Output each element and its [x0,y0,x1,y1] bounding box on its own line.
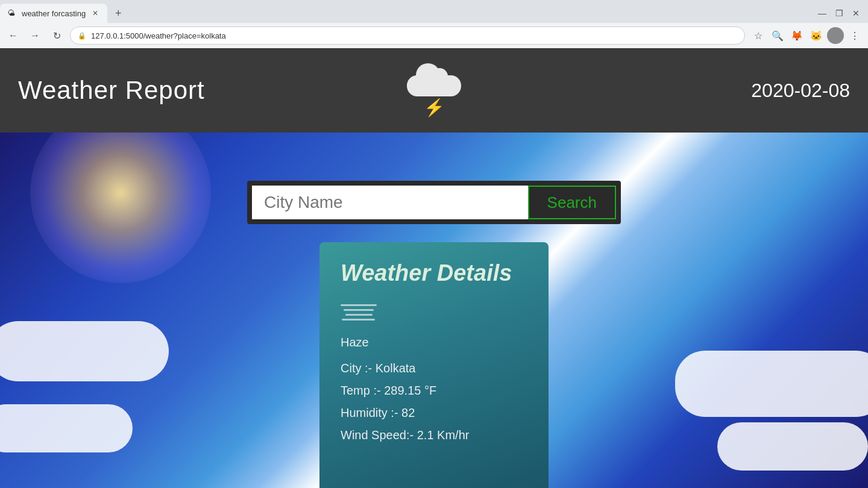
haze-line-4 [342,319,375,321]
temp-detail: Temp :- 289.15 °F [341,384,527,398]
minimize-button[interactable]: — [815,6,829,20]
cloud-icon [407,63,461,96]
back-button[interactable]: ← [5,27,22,44]
wind-detail: Wind Speed:- 2.1 Km/hr [341,428,527,442]
city-detail: City :- Kolkata [341,361,527,375]
search-container: Search [247,181,621,224]
city-input[interactable] [252,186,528,219]
main-content: Search Weather Details Haze City :- Kolk… [0,133,868,488]
browser-chrome: 🌤 weather forcasting ✕ + — ❐ ✕ ← → ↻ 🔒 1… [0,0,868,48]
haze-icon [341,304,377,321]
cloud-icon-container: ⚡ [407,63,461,117]
url-bar[interactable]: 🔒 127.0.0.1:5000/weather?place=kolkata [70,27,745,45]
haze-line-3 [345,314,373,316]
toolbar-icons: ☆ 🔍 🦊 🐱 ⋮ [750,27,863,44]
app-header: Weather Report ⚡ 2020-02-08 [0,48,868,133]
haze-line-2 [344,309,374,311]
cloud-body [407,75,461,96]
address-bar: ← → ↻ 🔒 127.0.0.1:5000/weather?place=kol… [0,23,868,48]
active-tab[interactable]: 🌤 weather forcasting ✕ [0,4,107,23]
weather-card: Weather Details Haze City :- Kolkata Tem… [319,242,549,488]
extension-icon3[interactable]: 🐱 [808,27,825,44]
close-button[interactable]: ✕ [849,6,863,20]
tab-title: weather forcasting [22,9,86,18]
weather-icon-area [341,304,527,321]
maximize-button[interactable]: ❐ [832,6,846,20]
tab-favicon: 🌤 [7,8,17,18]
humidity-detail: Humidity :- 82 [341,406,527,420]
app-title: Weather Report [18,76,205,105]
window-controls: — ❐ ✕ [815,6,868,20]
menu-icon[interactable]: ⋮ [846,27,863,44]
bookmark-icon[interactable]: ☆ [750,27,767,44]
tab-bar: 🌤 weather forcasting ✕ + — ❐ ✕ [0,0,868,23]
app-date: 2020-02-08 [751,80,850,102]
new-tab-button[interactable]: + [110,5,127,22]
haze-line-1 [341,304,377,306]
search-button[interactable]: Search [528,186,616,219]
weather-condition: Haze [341,336,527,349]
extension-icon1[interactable]: 🔍 [769,27,786,44]
lock-icon: 🔒 [78,32,86,40]
weather-card-title: Weather Details [341,260,527,286]
content-center: Search Weather Details Haze City :- Kolk… [0,133,868,488]
extension-icon2[interactable]: 🦊 [788,27,805,44]
forward-button[interactable]: → [27,27,43,44]
lightning-icon: ⚡ [424,98,445,117]
refresh-button[interactable]: ↻ [48,27,65,44]
profile-icon[interactable] [827,27,844,44]
tab-close-button[interactable]: ✕ [90,8,100,18]
url-text: 127.0.0.1:5000/weather?place=kolkata [91,31,226,40]
